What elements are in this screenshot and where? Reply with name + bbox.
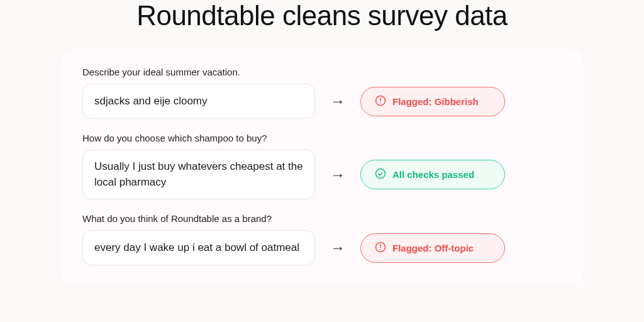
status-label: All checks passed: [392, 169, 474, 180]
question-text: What do you think of Roundtable as a bra…: [82, 213, 562, 224]
svg-point-6: [380, 249, 381, 250]
question-text: Describe your ideal summer vacation.: [82, 67, 562, 77]
answer-box: sdjacks and eije cloomy: [82, 84, 315, 119]
status-label: Flagged: Gibberish: [392, 96, 479, 107]
status-badge: Flagged: Gibberish: [360, 87, 505, 116]
svg-point-3: [376, 169, 386, 179]
example-line: sdjacks and eije cloomy → Flagged: Gibbe…: [82, 84, 562, 119]
check-circle-icon: [375, 168, 386, 181]
alert-circle-icon: [375, 95, 386, 108]
arrow-right-icon: →: [330, 166, 345, 184]
answer-box: every day I wake up i eat a bowl of oatm…: [82, 230, 315, 265]
example-line: Usually I just buy whatevers cheapest at…: [82, 150, 562, 199]
example-row: What do you think of Roundtable as a bra…: [82, 213, 562, 265]
answer-box: Usually I just buy whatevers cheapest at…: [82, 150, 315, 199]
status-badge: All checks passed: [360, 160, 505, 189]
svg-point-2: [380, 103, 381, 104]
arrow-right-icon: →: [330, 239, 345, 257]
alert-circle-icon: [375, 242, 386, 255]
example-row: Describe your ideal summer vacation. sdj…: [82, 67, 562, 119]
status-badge: Flagged: Off-topic: [360, 233, 505, 263]
page-title: Roundtable cleans survey data: [0, 0, 644, 31]
status-label: Flagged: Off-topic: [392, 243, 474, 253]
example-line: every day I wake up i eat a bowl of oatm…: [82, 230, 562, 265]
question-text: How do you choose which shampoo to buy?: [82, 133, 562, 143]
arrow-right-icon: →: [330, 92, 345, 110]
example-row: How do you choose which shampoo to buy? …: [82, 133, 562, 199]
examples-card: Describe your ideal summer vacation. sdj…: [61, 49, 583, 286]
